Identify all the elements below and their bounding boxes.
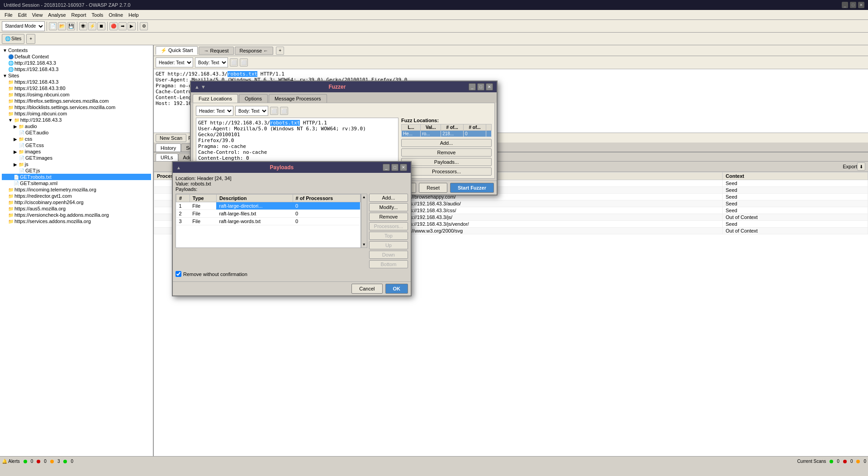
tree-get-sitemap[interactable]: 📄 GET:sitemap.xml (2, 180, 151, 186)
tree-services-addons[interactable]: 📁 https://services.addons.mozilla.org (2, 218, 151, 224)
menu-analyse[interactable]: Analyse (45, 11, 68, 19)
payload-row-3[interactable]: 3 File raft-large-words.txt 0 (176, 218, 360, 225)
maximize-button[interactable]: □ (850, 2, 856, 8)
close-button[interactable]: ✕ (858, 2, 864, 8)
tree-site-blocklists[interactable]: 📁 https://blocklists.settings.services.m… (2, 104, 151, 110)
tree-images-folder[interactable]: ▶ 📁 images (2, 148, 151, 155)
minimize-button[interactable]: _ (842, 2, 848, 8)
tab-message-processors[interactable]: Message Processors (269, 94, 327, 103)
request-tab[interactable]: → Request (199, 47, 233, 55)
payloads-minimize[interactable]: _ (383, 164, 390, 171)
payloads-scrollbar[interactable]: ▲ ▼ (361, 194, 367, 248)
add-payload-button[interactable]: Add... (369, 194, 408, 202)
tree-get-audio[interactable]: 📄 GET:audio (2, 129, 151, 136)
mode-select[interactable]: Standard Mode Attack Mode Safe Mode (2, 21, 45, 31)
tab-fuzz-locations[interactable]: Fuzz Locations (193, 94, 238, 103)
tree-get-robots[interactable]: 📄 GET:robots.txt (2, 174, 151, 180)
fuzzer-close[interactable]: ✕ (486, 83, 493, 90)
start-fuzzer-button[interactable]: Start Fuzzer (450, 183, 494, 193)
continue-icon[interactable]: ▶ (128, 22, 136, 30)
fuzzer-hsplit-icon[interactable]: ⬜ (280, 107, 288, 115)
new-scan-button[interactable]: New Scan (156, 134, 186, 142)
save-icon[interactable]: 💾 (67, 22, 75, 30)
split-view-icon[interactable]: ⬜ (230, 58, 238, 67)
export-button[interactable]: ⬇ (857, 162, 865, 171)
menu-edit[interactable]: Edit (15, 11, 29, 19)
processors-fuzz-button[interactable]: Processors... (401, 167, 492, 176)
menu-help[interactable]: Help (126, 11, 142, 19)
modify-payload-button[interactable]: Modify... (369, 203, 408, 211)
options-icon[interactable]: ⚙ (140, 22, 148, 30)
payload-row-1[interactable]: 1 File raft-large-directori... 0 (176, 202, 360, 210)
menu-tools[interactable]: Tools (89, 11, 106, 19)
tree-default-context[interactable]: 🔵 Default Context (2, 53, 151, 60)
menu-file[interactable]: File (2, 11, 15, 19)
quick-start-tab[interactable]: ⚡ Quick Start (156, 46, 198, 55)
remove-confirm-checkbox[interactable] (175, 271, 181, 277)
tree-site-oimg[interactable]: 📁 https://oimg.nbcuni.com (2, 110, 151, 117)
urls-tab[interactable]: URLs (156, 153, 178, 161)
cancel-payloads-button[interactable]: Cancel (351, 284, 382, 294)
tab-history[interactable]: History (156, 143, 181, 152)
new-session-icon[interactable]: 📄 (49, 22, 57, 30)
payload-row-2[interactable]: 2 File raft-large-files.txt 0 (176, 210, 360, 218)
fuzzer-body-select[interactable]: Body: Text (235, 106, 268, 116)
payloads-dialog[interactable]: ▲ Payloads _ □ ✕ Location: Header [24, 3… (172, 161, 412, 296)
tree-versioncheck[interactable]: 📁 https://versioncheck-bg.addons.mozilla… (2, 212, 151, 218)
tree-site-http-192[interactable]: ▼ 📁 http://192.168.43.3 (2, 117, 151, 123)
horizontal-split-icon[interactable]: ⬜ (240, 58, 248, 67)
tree-site-osimg[interactable]: 📁 https://osimg.nbcuni.com (2, 91, 151, 98)
top-payload-button[interactable]: Top (369, 232, 408, 240)
tree-css-folder[interactable]: ▶ 📁 css (2, 136, 151, 142)
body-type-select[interactable]: Body: Text (195, 57, 228, 67)
tree-site-https-192[interactable]: 📁 https://192.168.43.3 (2, 79, 151, 85)
scroll-down-arrow[interactable]: ▼ (361, 242, 367, 248)
fuzz-loc-row[interactable]: He... ro... 218... 0 (402, 131, 492, 137)
tree-js-folder[interactable]: ▶ 📁 js (2, 161, 151, 167)
up-payload-button[interactable]: Up (369, 241, 408, 249)
payloads-button[interactable]: Payloads... (401, 158, 492, 166)
tree-get-js[interactable]: 📄 GET:js (2, 167, 151, 174)
remove-fuzz-location-button[interactable]: Remove (401, 148, 492, 157)
menu-view[interactable]: View (29, 11, 46, 19)
menu-report[interactable]: Report (69, 11, 89, 19)
step-icon[interactable]: ➡ (119, 22, 127, 30)
tree-contexts-folder[interactable]: ▼ Contexts (2, 47, 151, 53)
fuzzer-maximize[interactable]: □ (477, 83, 484, 90)
menu-online[interactable]: Online (106, 11, 126, 19)
tab-options[interactable]: Options (239, 94, 268, 103)
tree-redirector[interactable]: 📁 https://redirector.gvt1.com (2, 193, 151, 199)
remove-payload-button[interactable]: Remove (369, 213, 408, 221)
stop-icon[interactable]: ⏹ (97, 22, 105, 30)
break-icon[interactable]: 🔴 (109, 22, 118, 30)
tree-incoming-tel[interactable]: 📁 https://incoming.telemetry.mozilla.org (2, 186, 151, 193)
fuzzer-header-select[interactable]: Header: Text (196, 106, 233, 116)
add-site-button[interactable]: + (26, 34, 35, 44)
tree-get-css[interactable]: 📄 GET:css (2, 142, 151, 148)
scroll-up-arrow[interactable]: ▲ (361, 194, 367, 200)
open-icon[interactable]: 📂 (58, 22, 66, 30)
tree-site-firefox[interactable]: 📁 https://firefox.settings.services.mozi… (2, 98, 151, 104)
fuzzer-minimize[interactable]: _ (469, 83, 476, 90)
tree-cisco[interactable]: 📁 http://ciscobinary.openh264.org (2, 199, 151, 205)
processors-payload-button[interactable]: Processors... (369, 222, 408, 230)
tree-get-images[interactable]: 📄 GET:images (2, 155, 151, 161)
active-scan-icon[interactable]: ⚡ (88, 22, 96, 30)
add-fuzz-location-button[interactable]: Add... (401, 139, 492, 147)
payloads-maximize[interactable]: □ (391, 164, 398, 171)
fuzzer-split-icon[interactable]: ⬜ (270, 107, 278, 115)
tree-site-https-192-80[interactable]: 📁 https://192.168.43.3:80 (2, 85, 151, 91)
reset-fuzzer-button[interactable]: Reset (419, 183, 447, 193)
header-type-select[interactable]: Header: Text (156, 57, 193, 67)
tree-sites-folder[interactable]: ▼ Sites (2, 72, 151, 79)
ok-payloads-button[interactable]: OK (385, 284, 408, 294)
tree-audio-folder[interactable]: ▶ 📁 audio (2, 123, 151, 129)
bottom-payload-button[interactable]: Bottom (369, 260, 408, 268)
tree-https-192[interactable]: 🌐 https://192.168.43.3 (2, 66, 151, 72)
add-tab-button[interactable]: + (276, 47, 284, 55)
spider-icon[interactable]: 🕷 (79, 22, 87, 30)
payloads-close[interactable]: ✕ (400, 164, 407, 171)
response-tab[interactable]: Response ← (235, 47, 274, 55)
down-payload-button[interactable]: Down (369, 251, 408, 259)
tree-http-192[interactable]: 🌐 http://192.168.43.3 (2, 60, 151, 66)
